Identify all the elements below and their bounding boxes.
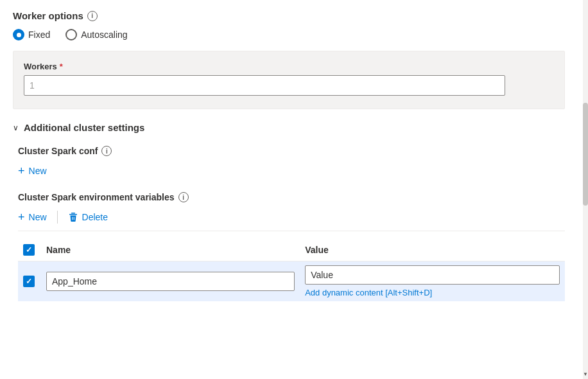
main-content: Worker options i Fixed Autoscaling Worke…	[0, 0, 578, 379]
autoscaling-radio-label: Autoscaling	[81, 30, 127, 40]
row-check-icon: ✓	[26, 277, 32, 286]
svg-rect-1	[69, 214, 77, 215]
chevron-down-icon: ▼	[583, 371, 588, 377]
row-checkbox-cell: ✓	[18, 261, 41, 302]
workers-box: Workers *	[13, 51, 565, 109]
table-row: ✓ Add dynamic content [Alt+Shift+D]	[18, 261, 565, 302]
fixed-radio-button[interactable]	[13, 29, 24, 40]
worker-options-radio-group: Fixed Autoscaling	[13, 29, 565, 40]
header-checkbox[interactable]: ✓	[23, 244, 35, 256]
env-vars-table: ✓ Name Value ✓	[18, 239, 565, 301]
autoscaling-radio-button[interactable]	[65, 29, 77, 40]
scrollbar: ▼	[583, 0, 588, 379]
row-checkbox[interactable]: ✓	[23, 276, 35, 287]
cluster-spark-conf-info-icon[interactable]: i	[101, 146, 112, 156]
env-vars-delete-button[interactable]: Delete	[63, 209, 113, 225]
row-name-cell	[41, 261, 300, 302]
cluster-spark-conf-plus-icon: +	[18, 165, 25, 177]
cluster-spark-conf-new-button[interactable]: + New	[18, 163, 47, 179]
header-check-icon: ✓	[26, 245, 32, 254]
additional-settings-chevron-icon: ∨	[13, 123, 19, 132]
env-vars-table-header: ✓ Name Value	[18, 239, 565, 261]
workers-required-star: *	[60, 62, 63, 71]
cluster-spark-env-vars-title: Cluster Spark environment variables i	[18, 192, 565, 202]
workers-field-label: Workers *	[24, 62, 554, 71]
header-value: Value	[300, 239, 565, 261]
cluster-spark-conf-section: Cluster Spark conf i + New	[18, 146, 565, 179]
svg-rect-2	[72, 217, 73, 220]
cluster-spark-env-vars-section: Cluster Spark environment variables i + …	[18, 192, 565, 301]
row-value-input[interactable]	[305, 265, 560, 285]
worker-options-info-icon[interactable]: i	[87, 11, 98, 21]
fixed-radio-option[interactable]: Fixed	[13, 29, 50, 40]
additional-settings-title: Additional cluster settings	[24, 122, 144, 133]
cluster-spark-env-vars-info-icon[interactable]: i	[178, 192, 189, 202]
additional-settings-header[interactable]: ∨ Additional cluster settings	[13, 122, 565, 136]
env-vars-toolbar: + New Delete	[18, 209, 565, 231]
worker-options-label: Worker options	[13, 10, 83, 21]
worker-options-title: Worker options i	[13, 10, 565, 21]
env-vars-plus-icon: +	[18, 211, 25, 223]
scroll-down-arrow[interactable]: ▼	[583, 369, 588, 379]
svg-rect-3	[73, 217, 74, 220]
add-dynamic-content-link[interactable]: Add dynamic content [Alt+Shift+D]	[305, 288, 432, 297]
header-name: Name	[41, 239, 300, 261]
fixed-radio-label: Fixed	[28, 30, 50, 40]
svg-rect-0	[71, 213, 75, 214]
env-vars-new-button[interactable]: + New	[18, 209, 52, 225]
toolbar-separator	[57, 211, 58, 224]
header-checkbox-cell: ✓	[18, 239, 41, 261]
cluster-spark-conf-title: Cluster Spark conf i	[18, 146, 565, 156]
workers-input[interactable]	[24, 75, 505, 96]
row-name-input[interactable]	[46, 272, 295, 291]
trash-icon	[68, 212, 78, 222]
row-value-cell: Add dynamic content [Alt+Shift+D]	[300, 261, 565, 302]
scrollbar-thumb[interactable]	[583, 103, 588, 206]
autoscaling-radio-option[interactable]: Autoscaling	[65, 29, 127, 40]
